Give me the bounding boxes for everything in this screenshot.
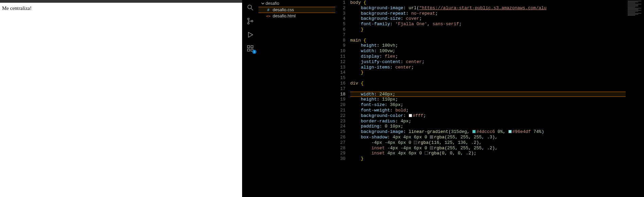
browser-page-body: Me centraliza! <box>0 3 242 197</box>
code-line-1[interactable]: body { <box>350 0 644 5</box>
code-line-3[interactable]: background-repeat: no-repeat; <box>350 11 644 16</box>
code-line-12[interactable]: justify-content: center; <box>350 59 644 65</box>
code-line-7[interactable] <box>350 32 644 38</box>
code-line-9[interactable]: height: 100vh; <box>350 43 644 48</box>
html-file-icon: <> <box>266 14 271 18</box>
browser-preview-pane: Me centraliza! <box>0 0 242 197</box>
code-line-26[interactable]: box-shadow: 4px 4px 6px 0 rgba(255, 255,… <box>350 135 644 140</box>
code-line-4[interactable]: background-size: cover; <box>350 16 644 21</box>
minimap[interactable] <box>626 0 644 197</box>
code-line-21[interactable]: font-weight: bold; <box>350 108 644 113</box>
file-label: desafio.html <box>273 14 295 18</box>
code-line-25[interactable]: background-image: linear-gradient(315deg… <box>350 129 644 135</box>
code-line-18[interactable]: width: 240px; <box>350 92 644 97</box>
chevron-down-icon <box>261 2 265 5</box>
folder-label: desafio <box>266 1 279 6</box>
source-control-icon[interactable] <box>242 14 258 28</box>
code-line-5[interactable]: font-family: 'Fjalla One', sans-serif; <box>350 21 644 27</box>
svg-marker-5 <box>249 32 253 37</box>
code-line-2[interactable]: background-image: url("https://alura-sta… <box>350 5 644 11</box>
code-line-8[interactable]: main { <box>350 38 644 43</box>
code-line-19[interactable]: height: 110px; <box>350 97 644 102</box>
svg-point-2 <box>248 18 249 20</box>
page-text: Me centraliza! <box>2 5 32 11</box>
activity-bar: 1 <box>242 0 258 197</box>
explorer-panel: desafio #desafio.css<>desafio.html <box>258 0 335 197</box>
file-list: #desafio.css<>desafio.html <box>258 7 335 19</box>
code-line-11[interactable]: display: flex; <box>350 54 644 59</box>
svg-point-3 <box>248 22 249 24</box>
search-icon[interactable] <box>242 1 258 14</box>
svg-rect-7 <box>248 49 250 51</box>
css-file-icon: # <box>266 8 271 12</box>
extensions-icon[interactable]: 1 <box>242 42 258 55</box>
code-line-23[interactable]: border-radius: 4px; <box>350 119 644 124</box>
code-line-15[interactable] <box>350 75 644 81</box>
code-line-30[interactable]: } <box>350 156 644 162</box>
browser-chrome-strip <box>0 0 242 3</box>
code-line-27[interactable]: -4px -4px 6px 0 rgba(116, 125, 136, .2), <box>350 140 644 146</box>
code-line-10[interactable]: width: 100vw; <box>350 48 644 54</box>
code-line-17[interactable] <box>350 86 644 92</box>
code-line-14[interactable]: } <box>350 70 644 75</box>
run-debug-icon[interactable] <box>242 28 258 42</box>
code-editor[interactable]: 1234567891011121314151617181920212223242… <box>335 0 644 197</box>
svg-point-0 <box>248 5 252 9</box>
code-area[interactable]: body { background-image: url("https://al… <box>350 0 644 197</box>
code-line-22[interactable]: background-color: #fff; <box>350 113 644 119</box>
code-line-29[interactable]: inset 4px 4px 6px 0 rgba(0, 0, 0, .2); <box>350 151 644 156</box>
svg-line-1 <box>251 9 253 11</box>
line-number-gutter: 1234567891011121314151617181920212223242… <box>335 0 350 197</box>
file-label: desafio.css <box>273 7 294 12</box>
file-desafio-css[interactable]: #desafio.css <box>258 7 335 13</box>
code-line-28[interactable]: inset -4px -4px 6px 0 rgba(255, 255, 255… <box>350 146 644 151</box>
extensions-badge: 1 <box>252 50 256 54</box>
folder-desafio[interactable]: desafio <box>258 0 335 7</box>
svg-point-4 <box>251 20 253 22</box>
code-line-6[interactable]: } <box>350 27 644 32</box>
code-line-13[interactable]: align-items: center; <box>350 65 644 70</box>
code-line-20[interactable]: font-size: 36px; <box>350 102 644 108</box>
svg-rect-9 <box>251 46 253 48</box>
code-line-16[interactable]: div { <box>350 81 644 86</box>
file-desafio-html[interactable]: <>desafio.html <box>258 13 335 19</box>
svg-rect-6 <box>248 46 250 48</box>
code-line-24[interactable]: padding: 0 10px; <box>350 124 644 129</box>
